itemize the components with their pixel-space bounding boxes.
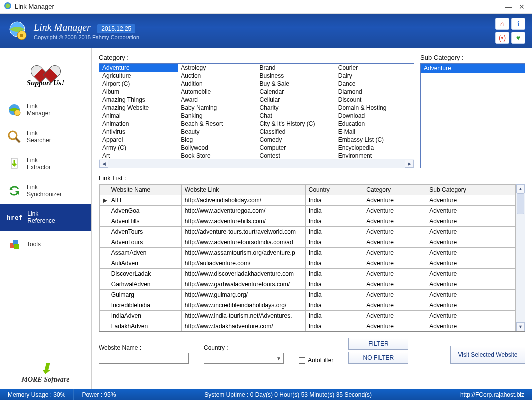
info-button[interactable]: ℹ <box>511 18 525 30</box>
category-item[interactable]: Domain & Hosting <box>335 104 414 112</box>
category-item[interactable]: Adventure <box>99 64 178 72</box>
table-row[interactable]: AdvenGoahttp://www.adventuregoa.com/Indi… <box>100 206 516 216</box>
category-item[interactable]: Award <box>178 96 256 104</box>
table-row[interactable]: AdvenHillshttp://www.adventurehills.com/… <box>100 216 516 227</box>
minimize-button[interactable]: — <box>502 3 515 11</box>
filter-button[interactable]: FILTER <box>348 338 408 350</box>
category-item[interactable]: Amazing Things <box>99 96 178 104</box>
sidebar-item-link-synchronizer[interactable]: Link Synchronizer <box>0 178 91 204</box>
category-item[interactable]: Discount <box>335 96 414 104</box>
scroll-down-button[interactable]: ▼ <box>516 322 525 332</box>
sidebar-item-link-searcher[interactable]: Link Searcher <box>0 124 91 150</box>
scroll-right-button[interactable]: ▶ <box>405 160 414 168</box>
category-item[interactable]: Cellular <box>257 96 335 104</box>
visit-website-button[interactable]: Visit Selected Website <box>450 346 525 364</box>
category-item[interactable]: Beach & Resort <box>178 120 256 128</box>
category-item[interactable]: Blog <box>178 136 256 144</box>
category-item[interactable]: Bollywood <box>178 144 256 152</box>
checkbox-box[interactable] <box>299 358 305 364</box>
category-item[interactable]: Encyclopedia <box>335 144 414 152</box>
category-scrollbar[interactable]: ◀ ▶ <box>99 159 414 168</box>
category-item[interactable]: Beauty <box>178 128 256 136</box>
table-row[interactable]: IncredibleIndiahttp://www.incredibleindi… <box>100 300 516 311</box>
table-row[interactable]: AssamAdvenhttp://www.assamtourism.org/ad… <box>100 248 516 258</box>
category-item[interactable]: Diamond <box>335 88 414 96</box>
category-item[interactable]: Charity <box>257 104 335 112</box>
category-item[interactable]: Chat <box>257 112 335 120</box>
table-row[interactable]: DiscoverLadakhttp://www.discoverladakhad… <box>100 269 516 280</box>
category-item[interactable]: Airport (C) <box>99 80 178 88</box>
table-row[interactable]: GarhwalAdvenhttp://www.garhwaladventuret… <box>100 280 516 290</box>
category-item[interactable]: Brand <box>257 64 335 72</box>
category-item[interactable]: Education <box>335 120 414 128</box>
scroll-up-button[interactable]: ▲ <box>516 184 525 194</box>
category-item[interactable]: Audition <box>178 80 256 88</box>
category-item[interactable]: Comedy <box>257 136 335 144</box>
country-select[interactable]: ▼ <box>204 353 284 364</box>
category-item[interactable]: Buy & Sale <box>257 80 335 88</box>
nofilter-button[interactable]: NO FILTER <box>348 352 408 364</box>
category-item[interactable]: Amazing Website <box>99 104 178 112</box>
table-row[interactable]: Gulmarghttp://www.gulmarg.org/IndiaAdven… <box>100 290 516 300</box>
category-item[interactable]: Book Store <box>178 152 256 159</box>
shield-button[interactable]: ♥ <box>511 32 525 44</box>
website-name-input[interactable] <box>99 353 189 364</box>
category-item[interactable]: Classified <box>257 128 335 136</box>
category-item[interactable]: City & It's History (C) <box>257 120 335 128</box>
subcategory-listbox[interactable]: Adventure <box>420 64 525 168</box>
category-item[interactable]: Animal <box>99 112 178 120</box>
column-header[interactable]: Category <box>363 185 426 196</box>
category-item[interactable]: Art <box>99 152 178 159</box>
category-item[interactable]: Auction <box>178 72 256 80</box>
category-item[interactable]: Download <box>335 112 414 120</box>
table-row[interactable]: ▶AIHhttp://activeindiaholiday.com/IndiaA… <box>100 196 516 206</box>
category-item[interactable]: Baby Naming <box>178 104 256 112</box>
category-item[interactable]: Astrology <box>178 64 256 72</box>
table-row[interactable]: AdvenTourshttp://www.adventuretoursofind… <box>100 238 516 248</box>
grid-scrollbar[interactable]: ▲ ▼ <box>516 184 525 332</box>
category-item[interactable]: Automobile <box>178 88 256 96</box>
category-item[interactable]: Dairy <box>335 72 414 80</box>
subcategory-item[interactable]: Adventure <box>421 64 525 73</box>
linklist-grid[interactable]: Website NameWebsite LinkCountryCategoryS… <box>99 184 525 332</box>
category-item[interactable]: Army (C) <box>99 144 178 152</box>
home-button[interactable]: ⌂ <box>495 18 509 30</box>
scroll-thumb[interactable] <box>517 194 524 214</box>
support-us[interactable]: Support Us! <box>0 53 91 96</box>
category-item[interactable]: E-Mail <box>335 128 414 136</box>
sidebar-item-link-extractor[interactable]: Link Extractor <box>0 150 91 178</box>
category-item[interactable]: Dance <box>335 80 414 88</box>
category-item[interactable]: Courier <box>335 64 414 72</box>
sidebar-item-tools[interactable]: Tools <box>0 231 91 258</box>
category-item[interactable]: Banking <box>178 112 256 120</box>
column-header[interactable]: Sub Category <box>426 185 516 196</box>
close-button[interactable]: ✕ <box>515 3 528 11</box>
autofilter-checkbox[interactable]: AutoFilter <box>299 357 333 364</box>
category-item[interactable]: Agriculture <box>99 72 178 80</box>
more-software[interactable]: ⬇ MORE Software <box>0 355 91 389</box>
sidebar-item-link-reference[interactable]: hrefLink Reference <box>0 204 91 231</box>
column-header[interactable]: Website Name <box>108 185 181 196</box>
category-item[interactable]: Antivirus <box>99 128 178 136</box>
category-item[interactable]: Computer <box>257 144 335 152</box>
category-item[interactable]: Embassy List (C) <box>335 136 414 144</box>
table-row[interactable]: AuliAdvenhttp://auliadventure.com/IndiaA… <box>100 258 516 269</box>
category-item[interactable]: Calendar <box>257 88 335 96</box>
table-row[interactable]: AdvenTourshttp://adventure-tours.tourtra… <box>100 227 516 238</box>
category-item[interactable]: Apparel <box>99 136 178 144</box>
scroll-left-button[interactable]: ◀ <box>99 160 108 168</box>
category-item[interactable]: Contest <box>257 152 335 159</box>
download-arrow-icon <box>7 156 22 172</box>
column-header[interactable]: Country <box>305 185 363 196</box>
table-row[interactable]: IndiaAdvenhttp://www.india-tourism.net/A… <box>100 311 516 322</box>
category-listbox[interactable]: AdventureAgricultureAirport (C)AlbumAmaz… <box>99 64 414 168</box>
sidebar-item-link-manager[interactable]: Link Manager <box>0 96 91 124</box>
category-item[interactable]: Animation <box>99 120 178 128</box>
cell-sub: Adventure <box>426 227 516 238</box>
broadcast-button[interactable]: (•) <box>495 32 509 44</box>
category-item[interactable]: Business <box>257 72 335 80</box>
table-row[interactable]: LadakhAdvenhttp://www.ladakhadventure.co… <box>100 322 516 332</box>
category-item[interactable]: Environment <box>335 152 414 159</box>
category-item[interactable]: Album <box>99 88 178 96</box>
column-header[interactable]: Website Link <box>181 185 305 196</box>
